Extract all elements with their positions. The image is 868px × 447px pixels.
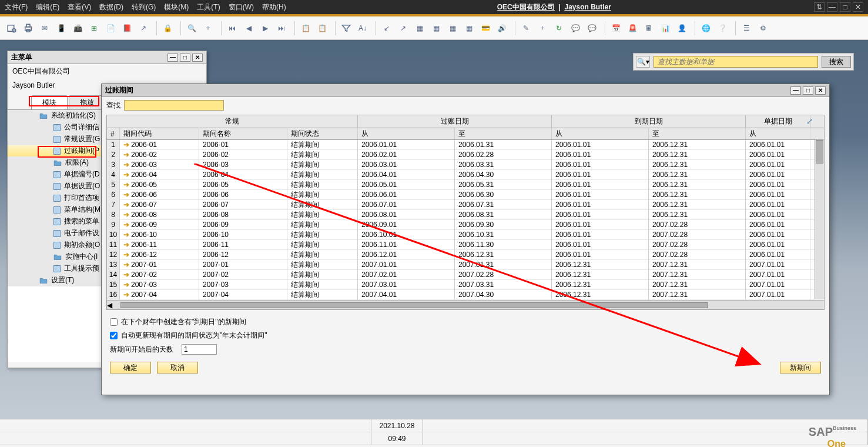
table-row[interactable]: 8➜2006-082006-08结算期间2006.08.012006.08.31…: [107, 210, 824, 220]
excel-icon[interactable]: ⊞: [87, 21, 101, 35]
refresh-icon[interactable]: ↻: [552, 21, 566, 35]
col-code[interactable]: 期间代码: [120, 128, 199, 139]
panel-close-icon[interactable]: ✕: [192, 54, 203, 62]
table-row[interactable]: 13➜2007-012007-01结算期间2007.01.012007.01.3…: [107, 260, 824, 270]
table-row[interactable]: 7➜2006-072006-07结算期间2006.07.012006.07.31…: [107, 200, 824, 210]
cell-code[interactable]: ➜2006-03: [120, 159, 199, 170]
newdoc-icon[interactable]: ＋: [535, 21, 549, 35]
next-icon[interactable]: ▶: [258, 21, 272, 35]
link-arrow-icon[interactable]: ➜: [123, 231, 129, 239]
cell-code[interactable]: ➜2006-08: [120, 209, 199, 220]
layout-icon[interactable]: ✎: [519, 21, 533, 35]
add-icon[interactable]: ＋: [201, 21, 215, 35]
baseдoc-icon[interactable]: ↙: [380, 21, 394, 35]
email-icon[interactable]: ✉: [38, 21, 52, 35]
table-row[interactable]: 11➜2006-112006-11结算期间2006.11.012006.11.3…: [107, 240, 824, 250]
table-row[interactable]: 15➜2007-032007-03结算期间2007.03.012007.03.3…: [107, 280, 824, 290]
table-row[interactable]: 2➜2006-022006-02结算期间2006.02.012006.02.28…: [107, 150, 824, 160]
close-icon[interactable]: ✕: [853, 2, 863, 12]
word-icon[interactable]: 📄: [103, 21, 118, 35]
chat1-icon[interactable]: 💬: [568, 21, 582, 35]
menu-tools[interactable]: 工具(T): [197, 2, 220, 12]
print-icon[interactable]: [21, 21, 35, 35]
menu-modules[interactable]: 模块(M): [164, 2, 189, 12]
search-icon[interactable]: 🔍▾: [636, 56, 650, 68]
cell-code[interactable]: ➜2006-01: [120, 140, 199, 150]
new-period-button[interactable]: 新期间: [780, 362, 821, 373]
find-input[interactable]: [124, 100, 224, 111]
cell-code[interactable]: ➜2007-01: [120, 259, 199, 270]
table-row[interactable]: 3➜2006-032006-03结算期间2006.03.012006.03.31…: [107, 160, 824, 170]
cell-code[interactable]: ➜2006-02: [120, 149, 199, 160]
first-icon[interactable]: ⏮: [225, 21, 239, 35]
help-icon[interactable]: ❔: [715, 21, 729, 35]
link-arrow-icon[interactable]: ➜: [123, 271, 129, 279]
col-num[interactable]: #: [107, 128, 120, 139]
extra1-icon[interactable]: ☰: [739, 21, 753, 35]
cell-code[interactable]: ➜2007-04: [120, 289, 199, 300]
tab-modules[interactable]: 模块: [31, 95, 68, 109]
search-input[interactable]: [653, 56, 818, 68]
volume-icon[interactable]: 🔊: [495, 21, 509, 35]
link-arrow-icon[interactable]: ➜: [123, 161, 129, 169]
cell-code[interactable]: ➜2006-07: [120, 199, 199, 210]
launch-icon[interactable]: ↗: [136, 21, 150, 35]
panel-maximize-icon[interactable]: □: [180, 54, 190, 62]
cell-code[interactable]: ➜2006-05: [120, 179, 199, 190]
table-row[interactable]: 9➜2006-092006-09结算期间2006.09.012006.09.30…: [107, 220, 824, 230]
link-arrow-icon[interactable]: ➜: [123, 281, 129, 289]
vertical-scrollbar[interactable]: [815, 140, 824, 299]
dialog-close-icon[interactable]: ✕: [815, 86, 826, 95]
last-icon[interactable]: ⏭: [274, 21, 289, 35]
table-row[interactable]: 16➜2007-042007-04结算期间2007.04.012007.04.3…: [107, 290, 824, 300]
cell-code[interactable]: ➜2006-09: [120, 219, 199, 230]
minimize-icon[interactable]: —: [827, 2, 837, 12]
table-row[interactable]: 1➜2006-012006-01结算期间2006.01.012006.01.31…: [107, 140, 824, 150]
menu-edit[interactable]: 编辑(E): [36, 2, 59, 12]
cell-code[interactable]: ➜2006-06: [120, 189, 199, 200]
pdf-icon[interactable]: 📕: [120, 21, 134, 35]
menu-file[interactable]: 文件(F): [5, 2, 28, 12]
col-status[interactable]: 期间状态: [287, 128, 358, 139]
cell-code[interactable]: ➜2006-04: [120, 169, 199, 180]
col-doc-from[interactable]: 从: [746, 128, 810, 139]
link-arrow-icon[interactable]: ➜: [123, 261, 129, 269]
cell-code[interactable]: ➜2006-12: [120, 249, 199, 260]
preview-icon[interactable]: [5, 21, 19, 35]
cancel-button[interactable]: 取消: [157, 362, 198, 373]
dialog-minimize-icon[interactable]: —: [790, 86, 801, 95]
chart-icon[interactable]: 📊: [658, 21, 672, 35]
cell-code[interactable]: ➜2006-11: [120, 239, 199, 250]
check-auto-update-status[interactable]: 自动更新现有期间的期间状态为"年末会计期间": [110, 331, 821, 341]
link-arrow-icon[interactable]: ➜: [123, 151, 129, 159]
col-post-from[interactable]: 从: [358, 128, 455, 139]
search-button[interactable]: 搜索: [822, 56, 851, 68]
link-arrow-icon[interactable]: ➜: [123, 291, 129, 299]
horizontal-scrollbar[interactable]: ◀: [107, 300, 824, 309]
fax-icon[interactable]: 📠: [71, 21, 85, 35]
doc2-icon[interactable]: 📋: [315, 21, 329, 35]
link-arrow-icon[interactable]: ➜: [123, 211, 129, 219]
user-icon[interactable]: 👤: [675, 21, 689, 35]
col-due-from[interactable]: 从: [552, 128, 649, 139]
cell-code[interactable]: ➜2007-02: [120, 269, 199, 280]
link-arrow-icon[interactable]: ➜: [123, 171, 129, 179]
menu-help[interactable]: 帮助(H): [262, 2, 286, 12]
menu-view[interactable]: 查看(V): [68, 2, 91, 12]
table-row[interactable]: 12➜2006-122006-12结算期间2006.12.012006.12.3…: [107, 250, 824, 260]
find-icon[interactable]: 🔍: [185, 21, 199, 35]
menu-window[interactable]: 窗口(W): [229, 2, 254, 12]
menu-data[interactable]: 数据(D): [99, 2, 123, 12]
link-arrow-icon[interactable]: ➜: [123, 201, 129, 209]
table-row[interactable]: 6➜2006-062006-06结算期间2006.06.012006.06.30…: [107, 190, 824, 200]
sms-icon[interactable]: 📱: [54, 21, 68, 35]
payment-icon[interactable]: 💳: [478, 21, 492, 35]
menu-goto[interactable]: 转到(G): [132, 2, 156, 12]
doc1-icon[interactable]: 📋: [299, 21, 313, 35]
calc-icon[interactable]: 🖩: [642, 21, 656, 35]
extra2-icon[interactable]: ⚙: [756, 21, 770, 35]
link-arrow-icon[interactable]: ➜: [123, 221, 129, 229]
table-row[interactable]: 10➜2006-102006-10结算期间2006.10.012006.10.3…: [107, 230, 824, 240]
link-arrow-icon[interactable]: ➜: [123, 181, 129, 189]
report2-icon[interactable]: ▦: [429, 21, 443, 35]
